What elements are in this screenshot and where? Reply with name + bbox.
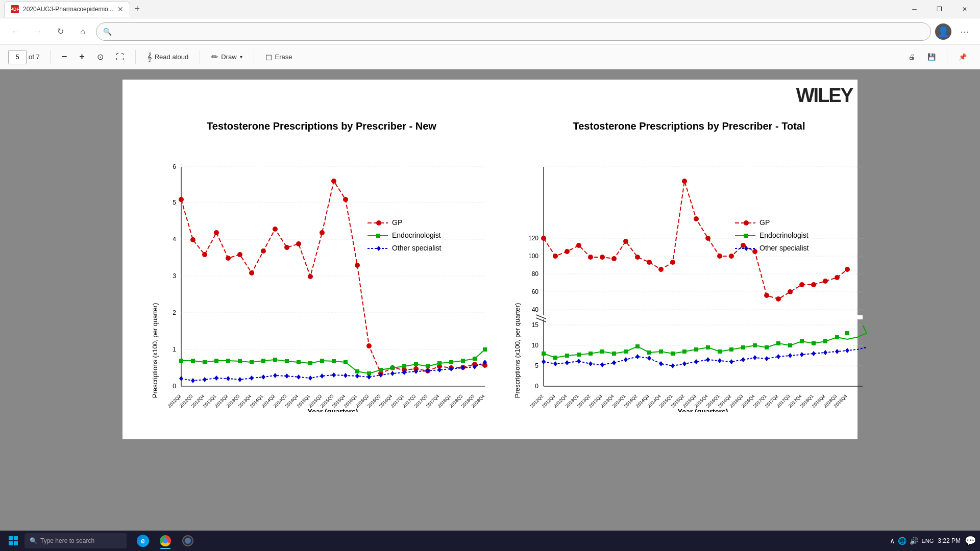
svg-rect-209 — [812, 341, 816, 345]
svg-rect-212 — [845, 331, 849, 335]
search-icon: 🔍 — [103, 28, 112, 36]
svg-point-171 — [682, 179, 687, 184]
taskbar-app-obs[interactable] — [178, 532, 198, 550]
read-aloud-button[interactable]: 𝄞 Read aloud — [142, 49, 194, 65]
svg-rect-88 — [379, 368, 383, 372]
svg-rect-78 — [261, 359, 265, 363]
toolbar-right: 🖨 💾 📌 — [903, 49, 972, 65]
zoom-in-button[interactable]: + — [74, 49, 90, 65]
svg-text:100: 100 — [528, 253, 538, 260]
taskbar-app-chrome[interactable] — [155, 532, 176, 550]
svg-marker-231 — [753, 355, 757, 360]
active-tab[interactable]: PDF 2020AUG3-Pharmacoepidemio... ✕ — [4, 2, 130, 17]
svg-marker-228 — [718, 358, 722, 363]
volume-icon[interactable]: 🔊 — [910, 537, 918, 545]
refresh-button[interactable]: ↻ — [51, 22, 69, 41]
erase-button[interactable]: ◻ Erase — [260, 49, 298, 65]
network-icon[interactable]: 🌐 — [898, 537, 906, 545]
svg-marker-227 — [706, 357, 710, 362]
back-button[interactable]: ← — [6, 22, 24, 41]
erase-label: Erase — [275, 53, 292, 61]
svg-text:80: 80 — [532, 270, 539, 278]
windows-icon — [8, 536, 18, 546]
notification-icon[interactable]: 💬 — [965, 535, 976, 546]
svg-point-180 — [788, 289, 793, 294]
svg-rect-194 — [635, 344, 640, 348]
svg-rect-200 — [706, 345, 710, 349]
svg-rect-83 — [320, 359, 324, 363]
draw-chevron-icon: ▾ — [240, 54, 242, 60]
svg-rect-205 — [765, 345, 769, 349]
restore-button[interactable]: ❐ — [928, 1, 951, 17]
address-bar: ← → ↻ ⌂ 🔍 👤 ⋯ — [0, 18, 980, 45]
profile-icon[interactable]: 👤 — [935, 23, 951, 40]
chrome-center — [163, 538, 168, 543]
svg-text:GP: GP — [760, 218, 770, 227]
svg-rect-93 — [437, 361, 442, 365]
svg-text:6: 6 — [173, 163, 176, 170]
page-number-input[interactable]: 5 — [8, 50, 27, 64]
more-options-button[interactable]: ⋯ — [955, 22, 974, 41]
svg-point-48 — [226, 256, 231, 261]
svg-text:Endocrinologist: Endocrinologist — [392, 231, 441, 239]
pin-button[interactable]: 📌 — [953, 49, 972, 65]
zoom-out-button[interactable]: − — [57, 49, 72, 65]
close-button[interactable]: ✕ — [953, 1, 976, 17]
svg-point-126 — [376, 220, 381, 226]
svg-rect-97 — [483, 347, 487, 352]
taskbar-search-box[interactable]: 🔍 Type here to search — [24, 533, 127, 548]
clock[interactable]: 3:22 PM — [938, 537, 961, 544]
svg-text:5: 5 — [173, 199, 176, 206]
svg-marker-106 — [273, 373, 277, 378]
svg-text:40: 40 — [532, 306, 539, 313]
new-tab-button[interactable]: + — [130, 2, 144, 16]
svg-marker-105 — [261, 374, 265, 380]
svg-marker-101 — [214, 375, 218, 381]
minimize-button[interactable]: ─ — [903, 1, 926, 17]
chart-right-svg: Prescriptions (x100, per quarter) 0 5 — [510, 136, 868, 412]
svg-marker-110 — [320, 373, 324, 379]
svg-marker-216 — [577, 359, 581, 364]
zoom-in-icon: + — [79, 52, 85, 62]
up-arrow-icon[interactable]: ∧ — [890, 537, 895, 545]
svg-rect-80 — [285, 359, 289, 363]
svg-marker-221 — [635, 354, 640, 359]
svg-point-57 — [331, 179, 336, 184]
svg-rect-204 — [753, 343, 757, 347]
draw-button[interactable]: ✏ Draw ▾ — [206, 49, 247, 65]
svg-marker-103 — [238, 377, 242, 382]
svg-point-47 — [214, 230, 219, 235]
svg-rect-79 — [273, 358, 277, 362]
address-input[interactable] — [96, 22, 931, 41]
svg-text:15: 15 — [532, 321, 539, 329]
pdf-toolbar: 5 of 7 − + ⊙ ⛶ 𝄞 Read aloud ✏ Draw ▾ ◻ E… — [0, 45, 980, 69]
svg-rect-189 — [577, 353, 581, 357]
taskbar-app-edge[interactable]: e — [133, 532, 153, 550]
fullscreen-button[interactable]: ⛶ — [111, 49, 129, 65]
svg-marker-116 — [390, 371, 395, 376]
forward-button[interactable]: → — [29, 22, 47, 41]
svg-text:0: 0 — [535, 383, 538, 390]
tab-close-button[interactable]: ✕ — [117, 5, 124, 13]
fullscreen-icon: ⛶ — [116, 53, 124, 62]
svg-point-185 — [845, 267, 850, 272]
svg-rect-77 — [250, 360, 254, 364]
erase-icon: ◻ — [265, 52, 272, 62]
taskbar-right-area: ∧ 🌐 🔊 ENG 3:22 PM 💬 — [890, 535, 976, 546]
svg-marker-219 — [612, 360, 616, 365]
svg-rect-91 — [414, 362, 418, 366]
save-button[interactable]: 💾 — [922, 49, 941, 65]
svg-point-56 — [320, 230, 325, 235]
print-button[interactable]: 🖨 — [903, 49, 920, 65]
home-button[interactable]: ⌂ — [74, 22, 92, 41]
fit-page-button[interactable]: ⊙ — [92, 49, 109, 65]
chart-left: Testosterone Prescriptions by Prescriber… — [148, 120, 495, 414]
total-pages: of 7 — [29, 53, 40, 61]
svg-point-49 — [237, 252, 242, 257]
svg-point-60 — [366, 343, 372, 348]
start-button[interactable] — [4, 532, 22, 550]
svg-rect-96 — [473, 357, 477, 361]
svg-rect-186 — [542, 352, 546, 356]
svg-rect-72 — [191, 359, 195, 363]
svg-rect-210 — [823, 339, 827, 343]
